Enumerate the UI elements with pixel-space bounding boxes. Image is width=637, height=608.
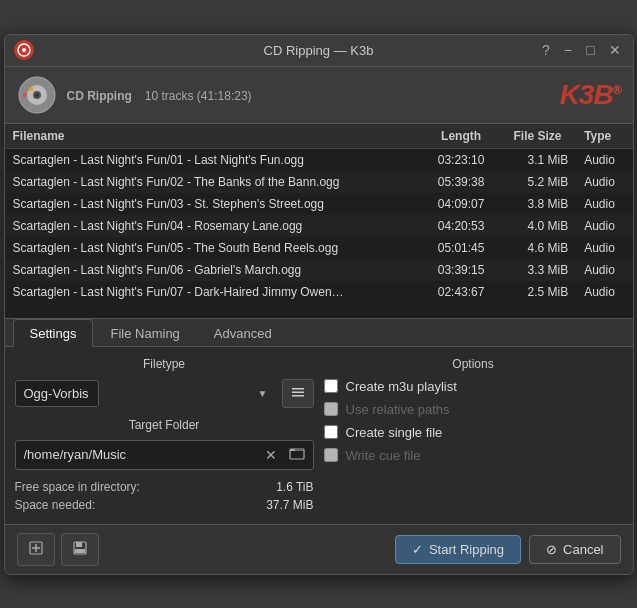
- svg-point-6: [35, 93, 39, 97]
- svg-rect-17: [76, 542, 82, 547]
- track-table: Filename Length File Size Type Scartagle…: [5, 124, 633, 303]
- cell-filename: Scartaglen - Last Night's Fun/01 - Last …: [5, 148, 424, 171]
- cell-length: 04:09:07: [423, 193, 499, 215]
- filetype-select[interactable]: Ogg-Vorbis MP3 FLAC WAV AAC: [15, 380, 99, 407]
- cell-size: 3.8 MiB: [499, 193, 576, 215]
- create-m3u-label: Create m3u playlist: [346, 379, 457, 394]
- cell-filename: Scartaglen - Last Night's Fun/06 - Gabri…: [5, 259, 424, 281]
- add-button[interactable]: [17, 533, 55, 566]
- cd-icon: [17, 75, 57, 115]
- track-table-container[interactable]: Filename Length File Size Type Scartagle…: [5, 124, 633, 319]
- track-rows: Scartaglen - Last Night's Fun/01 - Last …: [5, 148, 633, 303]
- free-space-value: 1.6 TiB: [276, 480, 313, 494]
- cell-length: 03:39:15: [423, 259, 499, 281]
- space-needed-row: Space needed: 37.7 MiB: [15, 496, 314, 514]
- bottom-bar: ✓ Start Ripping ⊘ Cancel: [5, 524, 633, 574]
- folder-input[interactable]: [20, 443, 257, 466]
- options-label: Options: [324, 357, 623, 371]
- folder-clear-button[interactable]: ✕: [261, 445, 281, 465]
- tab-advanced[interactable]: Advanced: [197, 319, 289, 347]
- window-controls: ? − □ ✕: [538, 42, 624, 58]
- space-needed-value: 37.7 MiB: [266, 498, 313, 512]
- svg-rect-9: [292, 388, 304, 390]
- table-row[interactable]: Scartaglen - Last Night's Fun/01 - Last …: [5, 148, 633, 171]
- tabs-section: Settings File Naming Advanced Filetype O…: [5, 319, 633, 524]
- cell-size: 2.5 MiB: [499, 281, 576, 303]
- option-use-relative-paths: Use relative paths: [324, 402, 623, 417]
- table-row[interactable]: Scartaglen - Last Night's Fun/07 - Dark-…: [5, 281, 633, 303]
- cell-type: Audio: [576, 215, 632, 237]
- table-row[interactable]: Scartaglen - Last Night's Fun/02 - The B…: [5, 171, 633, 193]
- filetype-settings-button[interactable]: [282, 379, 314, 408]
- bottom-left-buttons: [17, 533, 99, 566]
- table-row[interactable]: Scartaglen - Last Night's Fun/03 - St. S…: [5, 193, 633, 215]
- write-cue-file-checkbox: [324, 448, 338, 462]
- cell-filename: Scartaglen - Last Night's Fun/07 - Dark-…: [5, 281, 424, 303]
- cancel-button[interactable]: ⊘ Cancel: [529, 535, 620, 564]
- app-logo: [13, 39, 35, 61]
- cell-filename: Scartaglen - Last Night's Fun/03 - St. S…: [5, 193, 424, 215]
- folder-input-row: ✕: [15, 440, 314, 470]
- cell-type: Audio: [576, 193, 632, 215]
- cell-length: 05:39:38: [423, 171, 499, 193]
- cell-size: 3.1 MiB: [499, 148, 576, 171]
- left-panel: Filetype Ogg-Vorbis MP3 FLAC WAV AAC: [15, 357, 314, 514]
- table-row[interactable]: Scartaglen - Last Night's Fun/05 - The S…: [5, 237, 633, 259]
- svg-rect-10: [292, 391, 304, 393]
- maximize-button[interactable]: □: [582, 42, 598, 58]
- create-single-file-checkbox[interactable]: [324, 425, 338, 439]
- start-ripping-button[interactable]: ✓ Start Ripping: [395, 535, 521, 564]
- k3b-logo: K3B®: [560, 79, 621, 111]
- cell-length: 03:23:10: [423, 148, 499, 171]
- cell-type: Audio: [576, 171, 632, 193]
- start-ripping-icon: ✓: [412, 542, 423, 557]
- cell-type: Audio: [576, 281, 632, 303]
- cell-size: 4.0 MiB: [499, 215, 576, 237]
- folder-icon: [289, 445, 305, 461]
- cell-size: 5.2 MiB: [499, 171, 576, 193]
- create-single-file-label: Create single file: [346, 425, 443, 440]
- cell-length: 05:01:45: [423, 237, 499, 259]
- start-ripping-label: Start Ripping: [429, 542, 504, 557]
- svg-point-7: [23, 93, 27, 97]
- save-icon: [72, 540, 88, 556]
- right-panel: Options Create m3u playlist Use relative…: [324, 357, 623, 514]
- use-relative-paths-checkbox: [324, 402, 338, 416]
- minimize-button[interactable]: −: [560, 42, 576, 58]
- option-write-cue-file: Write cue file: [324, 448, 623, 463]
- cell-size: 4.6 MiB: [499, 237, 576, 259]
- tab-file-naming[interactable]: File Naming: [93, 319, 196, 347]
- col-filename: Filename: [5, 124, 424, 149]
- tab-settings[interactable]: Settings: [13, 319, 94, 347]
- folder-browse-button[interactable]: [285, 443, 309, 467]
- cell-length: 04:20:53: [423, 215, 499, 237]
- save-button[interactable]: [61, 533, 99, 566]
- filetype-select-wrapper: Ogg-Vorbis MP3 FLAC WAV AAC: [15, 380, 276, 407]
- table-row[interactable]: Scartaglen - Last Night's Fun/04 - Rosem…: [5, 215, 633, 237]
- options-group: Create m3u playlist Use relative paths C…: [324, 379, 623, 463]
- header-title-text: CD Ripping: [67, 89, 132, 103]
- header-text: CD Ripping 10 tracks (41:18:23): [67, 84, 252, 105]
- close-button[interactable]: ✕: [605, 42, 625, 58]
- disk-info: Free space in directory: 1.6 TiB Space n…: [15, 478, 314, 514]
- cancel-icon: ⊘: [546, 542, 557, 557]
- create-m3u-checkbox[interactable]: [324, 379, 338, 393]
- header-subtitle: 10 tracks (41:18:23): [145, 89, 252, 103]
- titlebar: CD Ripping — K3b ? − □ ✕: [5, 35, 633, 67]
- col-type: Type: [576, 124, 632, 149]
- option-create-m3u[interactable]: Create m3u playlist: [324, 379, 623, 394]
- option-create-single-file[interactable]: Create single file: [324, 425, 623, 440]
- cell-filename: Scartaglen - Last Night's Fun/02 - The B…: [5, 171, 424, 193]
- cell-length: 02:43:67: [423, 281, 499, 303]
- table-row[interactable]: Scartaglen - Last Night's Fun/06 - Gabri…: [5, 259, 633, 281]
- bottom-right-buttons: ✓ Start Ripping ⊘ Cancel: [395, 535, 621, 564]
- tab-bar: Settings File Naming Advanced: [5, 319, 633, 347]
- filetype-label: Filetype: [15, 357, 314, 371]
- header-title: CD Ripping 10 tracks (41:18:23): [67, 84, 252, 105]
- header-bar: CD Ripping 10 tracks (41:18:23) K3B®: [5, 67, 633, 124]
- help-button[interactable]: ?: [538, 42, 554, 58]
- svg-point-2: [22, 48, 26, 52]
- svg-rect-11: [292, 395, 304, 397]
- svg-rect-18: [75, 549, 85, 553]
- svg-point-8: [29, 87, 33, 91]
